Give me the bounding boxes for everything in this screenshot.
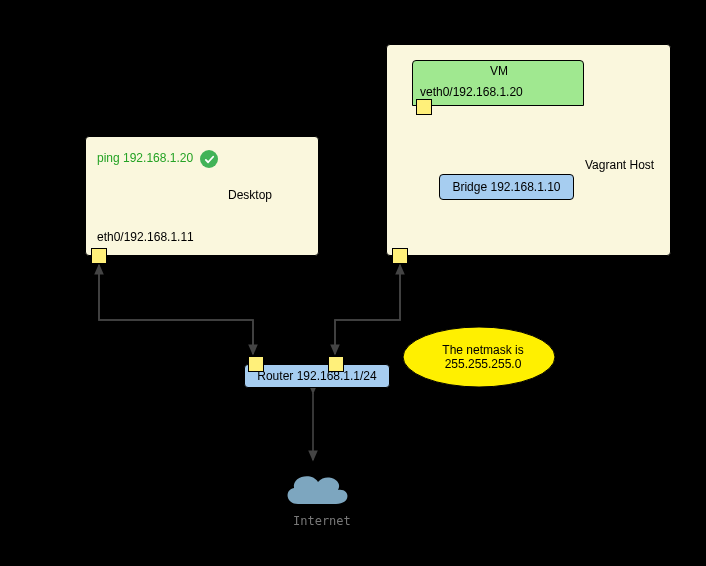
check-icon [200,150,218,168]
router-box: Router 192.168.1.1/24 [244,364,390,388]
ping-command: ping 192.168.1.20 [97,151,193,165]
router-port-right [328,356,344,372]
internet-label: Internet [293,514,351,528]
bridge-box: Bridge 192.168.1.10 [439,174,574,200]
vm-port-label: veth0/192.168.1.20 [420,85,523,99]
host-port [392,248,408,264]
desktop-port-eth0 [91,248,107,264]
desktop-label: Desktop [228,188,272,202]
diagram-canvas: Vagrant Host VM veth0/192.168.1.20 Bridg… [0,0,706,566]
internet-cloud [278,466,356,517]
desktop-port-label: eth0/192.168.1.11 [97,230,194,244]
cloud-icon [278,466,356,514]
netmask-note: The netmask is 255.255.255.0 [400,325,558,389]
vm-port-veth0 [416,99,432,115]
vm-label: VM [490,64,508,78]
ping-line: ping 192.168.1.20 [97,150,218,168]
note-line1: The netmask is [442,343,523,357]
router-label: Router 192.168.1.1/24 [257,369,376,383]
vagrant-host-label: Vagrant Host [585,158,654,172]
router-port-left [248,356,264,372]
note-line2: 255.255.255.0 [445,357,522,371]
bridge-label: Bridge 192.168.1.10 [452,180,560,194]
